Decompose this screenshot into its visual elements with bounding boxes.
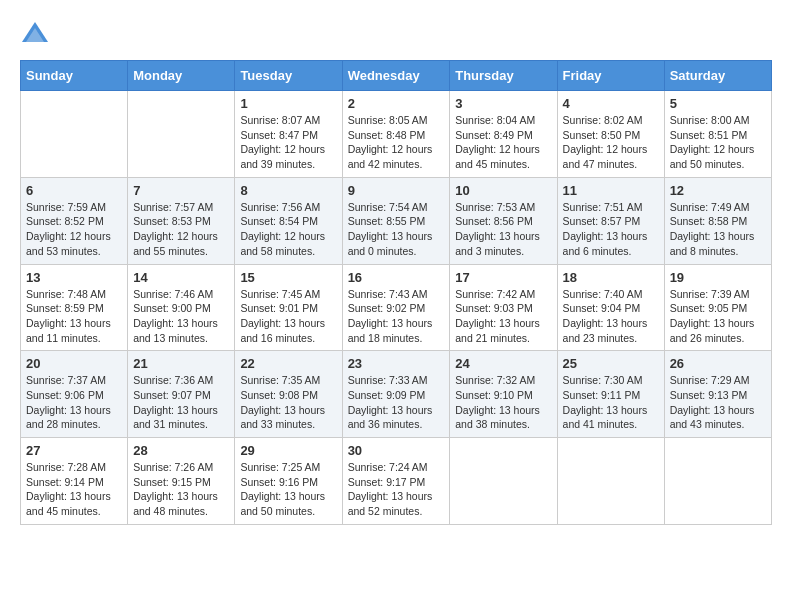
day-number: 4 [563,96,659,111]
header-thursday: Thursday [450,61,557,91]
calendar-cell: 3Sunrise: 8:04 AMSunset: 8:49 PMDaylight… [450,91,557,178]
calendar-cell: 19Sunrise: 7:39 AMSunset: 9:05 PMDayligh… [664,264,771,351]
day-info: Sunrise: 7:36 AMSunset: 9:07 PMDaylight:… [133,373,229,432]
day-info: Sunrise: 7:46 AMSunset: 9:00 PMDaylight:… [133,287,229,346]
calendar-cell: 13Sunrise: 7:48 AMSunset: 8:59 PMDayligh… [21,264,128,351]
day-number: 23 [348,356,445,371]
day-info: Sunrise: 7:53 AMSunset: 8:56 PMDaylight:… [455,200,551,259]
logo-icon [20,20,50,50]
day-info: Sunrise: 7:59 AMSunset: 8:52 PMDaylight:… [26,200,122,259]
calendar-cell: 7Sunrise: 7:57 AMSunset: 8:53 PMDaylight… [128,177,235,264]
day-number: 5 [670,96,766,111]
week-row-5: 27Sunrise: 7:28 AMSunset: 9:14 PMDayligh… [21,438,772,525]
day-info: Sunrise: 8:00 AMSunset: 8:51 PMDaylight:… [670,113,766,172]
header-saturday: Saturday [664,61,771,91]
week-row-2: 6Sunrise: 7:59 AMSunset: 8:52 PMDaylight… [21,177,772,264]
calendar-cell: 6Sunrise: 7:59 AMSunset: 8:52 PMDaylight… [21,177,128,264]
calendar-cell: 26Sunrise: 7:29 AMSunset: 9:13 PMDayligh… [664,351,771,438]
day-number: 24 [455,356,551,371]
calendar-cell: 10Sunrise: 7:53 AMSunset: 8:56 PMDayligh… [450,177,557,264]
day-info: Sunrise: 7:51 AMSunset: 8:57 PMDaylight:… [563,200,659,259]
header-row: SundayMondayTuesdayWednesdayThursdayFrid… [21,61,772,91]
day-number: 27 [26,443,122,458]
day-number: 11 [563,183,659,198]
day-number: 17 [455,270,551,285]
day-number: 21 [133,356,229,371]
day-info: Sunrise: 8:04 AMSunset: 8:49 PMDaylight:… [455,113,551,172]
day-info: Sunrise: 7:28 AMSunset: 9:14 PMDaylight:… [26,460,122,519]
calendar-cell: 16Sunrise: 7:43 AMSunset: 9:02 PMDayligh… [342,264,450,351]
calendar-cell: 17Sunrise: 7:42 AMSunset: 9:03 PMDayligh… [450,264,557,351]
header-sunday: Sunday [21,61,128,91]
calendar-cell: 14Sunrise: 7:46 AMSunset: 9:00 PMDayligh… [128,264,235,351]
day-info: Sunrise: 7:56 AMSunset: 8:54 PMDaylight:… [240,200,336,259]
day-info: Sunrise: 7:37 AMSunset: 9:06 PMDaylight:… [26,373,122,432]
calendar-header: SundayMondayTuesdayWednesdayThursdayFrid… [21,61,772,91]
calendar-cell: 4Sunrise: 8:02 AMSunset: 8:50 PMDaylight… [557,91,664,178]
header-monday: Monday [128,61,235,91]
calendar-table: SundayMondayTuesdayWednesdayThursdayFrid… [20,60,772,525]
calendar-cell: 2Sunrise: 8:05 AMSunset: 8:48 PMDaylight… [342,91,450,178]
day-info: Sunrise: 8:05 AMSunset: 8:48 PMDaylight:… [348,113,445,172]
day-info: Sunrise: 7:54 AMSunset: 8:55 PMDaylight:… [348,200,445,259]
day-info: Sunrise: 7:25 AMSunset: 9:16 PMDaylight:… [240,460,336,519]
day-info: Sunrise: 8:07 AMSunset: 8:47 PMDaylight:… [240,113,336,172]
day-number: 26 [670,356,766,371]
day-info: Sunrise: 7:45 AMSunset: 9:01 PMDaylight:… [240,287,336,346]
calendar-cell [664,438,771,525]
day-info: Sunrise: 7:33 AMSunset: 9:09 PMDaylight:… [348,373,445,432]
calendar-cell: 30Sunrise: 7:24 AMSunset: 9:17 PMDayligh… [342,438,450,525]
calendar-cell: 23Sunrise: 7:33 AMSunset: 9:09 PMDayligh… [342,351,450,438]
day-number: 20 [26,356,122,371]
calendar-cell [128,91,235,178]
calendar-cell: 12Sunrise: 7:49 AMSunset: 8:58 PMDayligh… [664,177,771,264]
day-info: Sunrise: 7:57 AMSunset: 8:53 PMDaylight:… [133,200,229,259]
calendar-cell: 28Sunrise: 7:26 AMSunset: 9:15 PMDayligh… [128,438,235,525]
day-number: 10 [455,183,551,198]
day-info: Sunrise: 7:49 AMSunset: 8:58 PMDaylight:… [670,200,766,259]
day-number: 19 [670,270,766,285]
day-number: 12 [670,183,766,198]
day-number: 16 [348,270,445,285]
day-info: Sunrise: 7:43 AMSunset: 9:02 PMDaylight:… [348,287,445,346]
day-number: 2 [348,96,445,111]
day-info: Sunrise: 8:02 AMSunset: 8:50 PMDaylight:… [563,113,659,172]
header-tuesday: Tuesday [235,61,342,91]
calendar-cell: 24Sunrise: 7:32 AMSunset: 9:10 PMDayligh… [450,351,557,438]
calendar-cell: 21Sunrise: 7:36 AMSunset: 9:07 PMDayligh… [128,351,235,438]
day-number: 1 [240,96,336,111]
calendar-body: 1Sunrise: 8:07 AMSunset: 8:47 PMDaylight… [21,91,772,525]
day-number: 22 [240,356,336,371]
day-info: Sunrise: 7:32 AMSunset: 9:10 PMDaylight:… [455,373,551,432]
logo [20,20,54,50]
week-row-1: 1Sunrise: 8:07 AMSunset: 8:47 PMDaylight… [21,91,772,178]
day-number: 13 [26,270,122,285]
day-info: Sunrise: 7:26 AMSunset: 9:15 PMDaylight:… [133,460,229,519]
day-info: Sunrise: 7:40 AMSunset: 9:04 PMDaylight:… [563,287,659,346]
day-info: Sunrise: 7:24 AMSunset: 9:17 PMDaylight:… [348,460,445,519]
calendar-cell: 18Sunrise: 7:40 AMSunset: 9:04 PMDayligh… [557,264,664,351]
day-number: 7 [133,183,229,198]
day-info: Sunrise: 7:39 AMSunset: 9:05 PMDaylight:… [670,287,766,346]
day-number: 8 [240,183,336,198]
day-info: Sunrise: 7:35 AMSunset: 9:08 PMDaylight:… [240,373,336,432]
day-number: 18 [563,270,659,285]
day-number: 30 [348,443,445,458]
calendar-cell: 20Sunrise: 7:37 AMSunset: 9:06 PMDayligh… [21,351,128,438]
day-number: 6 [26,183,122,198]
calendar-cell [557,438,664,525]
day-number: 9 [348,183,445,198]
calendar-cell: 15Sunrise: 7:45 AMSunset: 9:01 PMDayligh… [235,264,342,351]
day-number: 3 [455,96,551,111]
calendar-cell: 25Sunrise: 7:30 AMSunset: 9:11 PMDayligh… [557,351,664,438]
day-number: 25 [563,356,659,371]
calendar-cell: 27Sunrise: 7:28 AMSunset: 9:14 PMDayligh… [21,438,128,525]
week-row-4: 20Sunrise: 7:37 AMSunset: 9:06 PMDayligh… [21,351,772,438]
header-friday: Friday [557,61,664,91]
day-info: Sunrise: 7:30 AMSunset: 9:11 PMDaylight:… [563,373,659,432]
calendar-cell: 1Sunrise: 8:07 AMSunset: 8:47 PMDaylight… [235,91,342,178]
day-info: Sunrise: 7:42 AMSunset: 9:03 PMDaylight:… [455,287,551,346]
calendar-cell: 5Sunrise: 8:00 AMSunset: 8:51 PMDaylight… [664,91,771,178]
day-info: Sunrise: 7:29 AMSunset: 9:13 PMDaylight:… [670,373,766,432]
calendar-cell: 29Sunrise: 7:25 AMSunset: 9:16 PMDayligh… [235,438,342,525]
